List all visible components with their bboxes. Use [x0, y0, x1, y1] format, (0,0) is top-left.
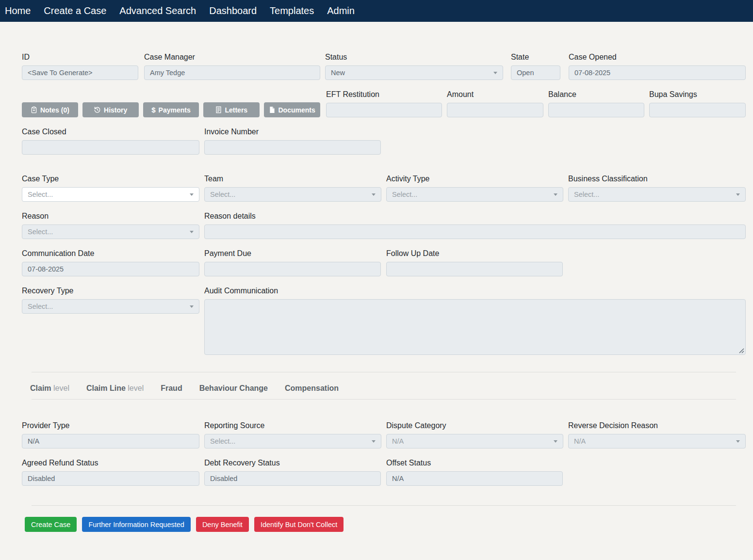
amount-label: Amount: [447, 90, 543, 99]
audit-communication-label: Audit Communication: [204, 287, 746, 295]
activity-type-value: Select...: [392, 191, 417, 198]
follow-up-date-field[interactable]: [386, 262, 563, 276]
audit-communication-textarea[interactable]: [204, 299, 746, 355]
activity-type-label: Activity Type: [386, 175, 563, 183]
tab-claim-level[interactable]: Claim level: [30, 384, 69, 393]
nav-item-advanced-search[interactable]: Advanced Search: [119, 5, 196, 16]
offset-status-field: N/A: [386, 471, 563, 486]
reason-details-label: Reason details: [204, 212, 746, 221]
tab-compensation[interactable]: Compensation: [285, 384, 339, 393]
toolbar: Notes (0) History $ Payments Letter: [22, 102, 320, 117]
divider: [32, 372, 736, 372]
schedule-row: Communication Date 07-08-2025 Payment Du…: [22, 249, 746, 276]
nav-item-home[interactable]: Home: [5, 5, 31, 16]
toolbar-financial-row: Notes (0) History $ Payments Letter: [22, 90, 746, 117]
letters-button-label: Letters: [225, 106, 247, 114]
amount-field[interactable]: [447, 103, 543, 117]
agreed-refund-status-label: Agreed Refund Status: [22, 459, 199, 467]
communication-date-label: Communication Date: [22, 249, 199, 258]
payments-button[interactable]: $ Payments: [143, 102, 199, 117]
documents-button[interactable]: Documents: [264, 102, 320, 117]
case-manager-field: Amy Tedge: [144, 65, 320, 80]
state-label: State: [511, 53, 560, 62]
identify-but-dont-collect-button[interactable]: Identify But Don't Collect: [254, 517, 344, 532]
case-opened-field[interactable]: 07-08-2025: [569, 65, 746, 80]
reason-label: Reason: [22, 212, 199, 221]
status-value: New: [331, 69, 345, 77]
team-select: Select...: [204, 187, 381, 202]
recovery-type-select: Select...: [22, 299, 199, 314]
letters-button[interactable]: Letters: [203, 102, 260, 117]
dollar-icon: $: [151, 106, 155, 113]
dispute-category-label: Dispute Category: [386, 421, 563, 430]
case-opened-label: Case Opened: [569, 53, 746, 62]
tab-behaviour-change[interactable]: Behaviour Change: [199, 384, 268, 393]
nav-item-create-a-case[interactable]: Create a Case: [44, 5, 106, 16]
case-type-select[interactable]: Select...: [22, 187, 199, 202]
history-icon: [94, 106, 101, 113]
recovery-type-label: Recovery Type: [22, 287, 199, 295]
nav-item-templates[interactable]: Templates: [270, 5, 314, 16]
balance-field[interactable]: [548, 103, 644, 117]
id-field: <Save To Generate>: [22, 65, 138, 80]
tab-fraud[interactable]: Fraud: [161, 384, 182, 393]
recovery-row: Recovery Type Select... Audit Communicat…: [22, 287, 746, 355]
history-button[interactable]: History: [82, 102, 139, 117]
invoice-number-field[interactable]: [204, 140, 381, 155]
activity-type-select: Select...: [386, 187, 563, 202]
claim-tabs: Claim level Claim Line level Fraud Behav…: [22, 384, 746, 393]
top-nav: Home Create a Case Advanced Search Dashb…: [0, 0, 753, 22]
nav-item-admin[interactable]: Admin: [327, 5, 355, 16]
business-classification-value: Select...: [574, 191, 599, 198]
reverse-decision-reason-value: N/A: [574, 437, 586, 445]
payment-due-label: Payment Due: [204, 249, 381, 258]
chevron-down-icon: [554, 440, 557, 443]
provider-type-field: N/A: [22, 434, 199, 448]
divider: [32, 399, 736, 400]
case-closed-row: Case Closed Invoice Number: [22, 128, 746, 155]
eft-restitution-field[interactable]: [326, 103, 442, 117]
reverse-decision-reason-label: Reverse Decision Reason: [568, 421, 746, 430]
reason-details-field[interactable]: [204, 224, 746, 239]
nav-item-dashboard[interactable]: Dashboard: [209, 5, 257, 16]
case-closed-field: [22, 140, 199, 155]
reporting-source-select[interactable]: Select...: [204, 434, 381, 448]
documents-button-label: Documents: [278, 106, 315, 114]
agreed-refund-status-field: Disabled: [22, 471, 199, 486]
reason-select: Select...: [22, 224, 199, 239]
balance-label: Balance: [548, 90, 644, 99]
payment-due-field[interactable]: [204, 262, 381, 276]
payments-button-label: Payments: [159, 106, 191, 114]
case-closed-label: Case Closed: [22, 128, 199, 136]
reporting-source-label: Reporting Source: [204, 421, 381, 430]
header-row: ID <Save To Generate> Case Manager Amy T…: [22, 53, 746, 80]
claim-panel-row-1: Provider Type N/A Reporting Source Selec…: [22, 421, 746, 448]
status-label: Status: [325, 53, 503, 62]
state-field: Open: [511, 65, 560, 80]
business-classification-select: Select...: [568, 187, 746, 202]
chevron-down-icon: [372, 193, 376, 196]
create-case-button[interactable]: Create Case: [25, 517, 77, 532]
deny-benefit-button[interactable]: Deny Benefit: [196, 517, 249, 532]
reason-value: Select...: [28, 228, 53, 236]
tab-claim-line-level[interactable]: Claim Line level: [86, 384, 144, 393]
chevron-down-icon: [736, 193, 740, 196]
business-classification-label: Business Classification: [568, 175, 746, 183]
claim-panel-row-2: Agreed Refund Status Disabled Debt Recov…: [22, 459, 746, 486]
status-select[interactable]: New: [325, 65, 503, 80]
bupa-savings-field[interactable]: [649, 103, 746, 117]
communication-date-field[interactable]: 07-08-2025: [22, 262, 199, 276]
resize-grip-icon[interactable]: [738, 348, 744, 353]
follow-up-date-label: Follow Up Date: [386, 249, 563, 258]
divider: [32, 505, 736, 506]
chevron-down-icon: [554, 193, 557, 196]
case-manager-label: Case Manager: [144, 53, 320, 62]
case-type-value: Select...: [28, 191, 53, 198]
eft-restitution-label: EFT Restitution: [326, 90, 442, 99]
history-button-label: History: [104, 106, 127, 114]
reason-row: Reason Select... Reason details: [22, 212, 746, 239]
notes-button[interactable]: Notes (0): [22, 102, 78, 117]
further-information-requested-button[interactable]: Further Information Requested: [82, 517, 190, 532]
classification-row: Case Type Select... Team Select... Activ…: [22, 175, 746, 202]
case-form: ID <Save To Generate> Case Manager Amy T…: [0, 22, 753, 532]
